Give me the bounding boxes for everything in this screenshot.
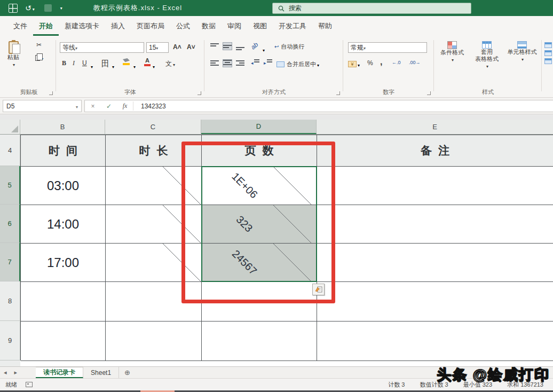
comma-style-icon[interactable]: , [380, 57, 382, 67]
column-header-c[interactable]: C [105, 120, 201, 134]
tab-review[interactable]: 审阅 [222, 17, 247, 36]
cell-c9[interactable] [106, 322, 202, 361]
align-top-icon[interactable] [210, 43, 219, 50]
cell-b5[interactable]: 03:00 [21, 167, 106, 205]
align-left-icon[interactable] [210, 60, 219, 67]
align-middle-icon[interactable] [223, 43, 232, 50]
font-name-combo[interactable]: 等线 [60, 42, 144, 53]
align-right-icon[interactable] [236, 60, 244, 67]
cut-button[interactable]: ✂ [36, 41, 42, 49]
cell-e9[interactable] [317, 322, 553, 361]
cell-c7[interactable] [106, 244, 202, 282]
tab-developer[interactable]: 开发工具 [273, 17, 312, 36]
cell-b8[interactable] [21, 282, 106, 322]
tab-file[interactable]: 文件 [7, 17, 33, 36]
delete-cells-icon[interactable] [544, 50, 552, 56]
orientation-caret[interactable] [262, 44, 265, 54]
font-color-button[interactable]: A [144, 57, 151, 66]
formula-input[interactable]: 1342323 [141, 103, 166, 110]
add-sheet-icon[interactable]: ⊕ [119, 367, 136, 378]
decrease-decimal-icon[interactable]: .00→ [409, 60, 421, 65]
enter-icon[interactable]: ✓ [101, 103, 117, 110]
cell-c5[interactable] [106, 167, 202, 205]
font-color-caret[interactable] [152, 61, 155, 70]
merge-center-button[interactable]: 合并后居中 [276, 59, 319, 69]
phonetic-button[interactable]: 文 [165, 59, 175, 68]
row-header-4[interactable]: 4 [0, 135, 20, 166]
row-header-7[interactable]: 7 [0, 243, 20, 281]
increase-indent-icon[interactable]: ▸ [264, 59, 272, 66]
cancel-icon[interactable]: × [85, 103, 101, 110]
cell-d8[interactable] [202, 282, 317, 322]
align-center-icon[interactable] [223, 60, 232, 67]
tab-formulas[interactable]: 公式 [170, 17, 196, 36]
copy-button[interactable] [35, 53, 43, 62]
undo-icon[interactable]: ↺ [25, 4, 35, 12]
cell-e5[interactable] [317, 167, 553, 205]
sheet-tab-sheet1[interactable]: Sheet1 [83, 367, 119, 378]
cell-d4[interactable]: 页数 [202, 135, 317, 167]
conditional-formatting-button[interactable]: 条件格式 [437, 41, 468, 64]
cell-styles-button[interactable]: 单元格样式 [505, 41, 539, 63]
font-dialog-launcher[interactable] [198, 91, 201, 95]
tab-custom[interactable]: 新建选项卡 [59, 17, 105, 36]
tab-page-layout[interactable]: 页面布局 [131, 17, 170, 36]
macro-record-icon[interactable] [26, 382, 33, 387]
cell-e7[interactable] [317, 244, 553, 282]
format-cells-icon[interactable] [544, 58, 552, 64]
cell-b4[interactable]: 时间 [21, 135, 106, 167]
autofill-options-button[interactable] [312, 284, 325, 295]
tab-insert[interactable]: 插入 [105, 17, 131, 36]
cell-e4[interactable]: 备注 [317, 135, 553, 167]
cell-d5[interactable]: 1E+06 [202, 167, 317, 205]
row-header-9[interactable]: 9 [0, 321, 20, 360]
font-size-combo[interactable]: 15 [146, 42, 169, 53]
row-header-6[interactable]: 6 [0, 205, 20, 243]
shrink-font-icon[interactable]: A˅ [187, 43, 195, 51]
name-box[interactable]: D5 [3, 100, 82, 112]
underline-button[interactable]: U [82, 59, 87, 67]
decrease-indent-icon[interactable]: ◂ [251, 59, 259, 66]
cell-c4[interactable]: 时长 [106, 135, 202, 167]
row-header-8[interactable]: 8 [0, 281, 20, 321]
bold-button[interactable]: B [62, 59, 66, 67]
select-all-button[interactable] [0, 120, 20, 134]
paste-button[interactable]: 粘贴 [7, 41, 19, 68]
row-header-5[interactable]: 5 [0, 166, 20, 205]
italic-button[interactable]: I [73, 59, 75, 67]
cell-c6[interactable] [106, 205, 202, 244]
cell-b6[interactable]: 14:00 [21, 205, 106, 244]
align-bottom-icon[interactable] [236, 43, 244, 50]
column-header-b[interactable]: B [20, 120, 105, 134]
cell-d9[interactable] [202, 322, 317, 361]
insert-function-icon[interactable]: fx [117, 102, 133, 110]
cell-d6[interactable]: 323 [202, 205, 317, 244]
underline-caret[interactable] [90, 61, 93, 70]
cell-b9[interactable] [21, 322, 106, 361]
number-dialog-launcher[interactable] [427, 91, 431, 95]
wrap-text-button[interactable]: ↩ 自动换行 [274, 43, 304, 51]
increase-decimal-icon[interactable]: ←.0 [392, 60, 401, 65]
customize-toolbar-icon[interactable] [59, 6, 62, 11]
cell-d7[interactable]: 24567 [202, 244, 317, 282]
tab-help[interactable]: 帮助 [312, 17, 338, 36]
grow-font-icon[interactable]: A˄ [173, 43, 181, 51]
insert-cells-icon[interactable] [544, 42, 552, 48]
tab-home[interactable]: 开始 [33, 17, 59, 36]
accounting-format-button[interactable]: ¥ [348, 59, 360, 69]
fill-color-caret[interactable] [132, 61, 136, 70]
borders-caret[interactable] [111, 61, 114, 70]
borders-button[interactable]: 田 [101, 59, 109, 69]
sheet-tab-active[interactable]: 读书记录卡 [36, 367, 83, 378]
format-as-table-button[interactable]: 套用 表格格式 [470, 41, 504, 70]
column-header-e[interactable]: E [317, 120, 553, 134]
search-input[interactable]: 搜索 [272, 3, 471, 14]
tab-data[interactable]: 数据 [196, 17, 222, 36]
clipboard-dialog-launcher[interactable] [49, 91, 53, 95]
prev-sheet-icon[interactable]: ◂ [0, 367, 11, 378]
cell-c8[interactable] [106, 282, 202, 322]
cell-b7[interactable]: 17:00 [21, 244, 106, 282]
number-format-combo[interactable]: 常规 [348, 42, 427, 53]
alignment-dialog-launcher[interactable] [336, 91, 340, 95]
column-header-d[interactable]: D [201, 120, 317, 134]
